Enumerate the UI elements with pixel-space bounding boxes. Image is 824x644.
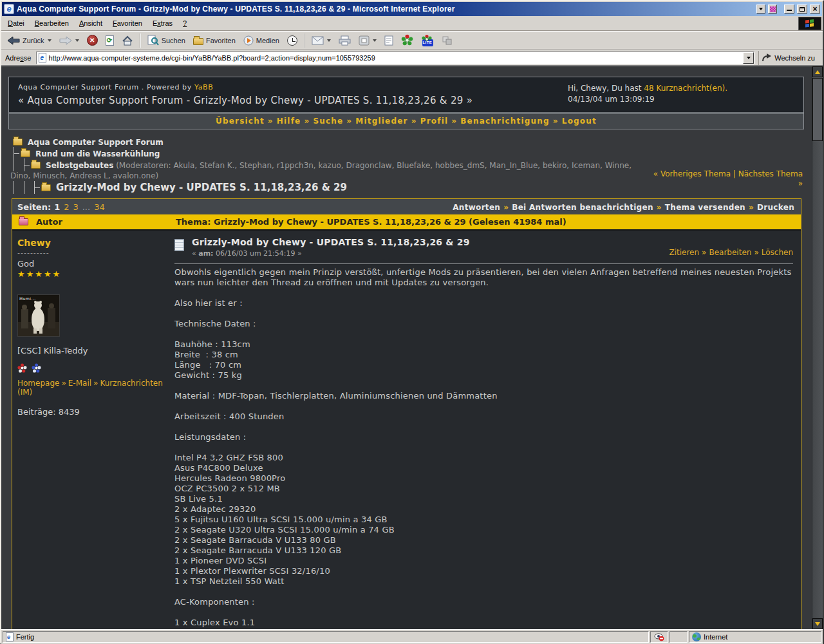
menu-favoriten[interactable]: Favoriten	[108, 17, 147, 30]
print-link[interactable]: Drucken	[757, 203, 794, 212]
titlebar-extra-button[interactable]	[768, 5, 777, 14]
back-button[interactable]: Zurück	[4, 32, 55, 48]
pages-label: Seiten:	[17, 202, 51, 212]
address-field: e	[36, 52, 754, 64]
next-topic-link[interactable]: Nächstes Thema »	[738, 169, 803, 188]
browser-window: e Aqua Computer Support Forum - Grizzly-…	[0, 0, 824, 644]
tree-guide	[10, 149, 21, 158]
tree-link-board[interactable]: Selbstgebautes	[46, 161, 113, 170]
homepage-link[interactable]: Homepage	[17, 379, 59, 388]
nav-profil[interactable]: Profil	[420, 117, 449, 126]
yabb-link[interactable]: YaBB	[194, 83, 213, 91]
page-link-3[interactable]: 3	[73, 202, 78, 212]
topic-header-bar: Autor Thema: Grizzly-Mod by Chewy - UPDA…	[12, 214, 801, 229]
tree-guide	[21, 160, 31, 169]
stop-icon: ✕	[87, 35, 98, 46]
status-ready-pane: e Fertig	[3, 631, 649, 643]
folder-icon	[21, 150, 30, 157]
tree-link-forum[interactable]: Aqua Computer Support Forum	[28, 138, 164, 147]
forward-button[interactable]	[56, 32, 82, 48]
mail-button[interactable]	[308, 32, 334, 48]
delete-link[interactable]: Löschen	[762, 248, 793, 257]
author-links: Homepage»E-Mail»Kurznachrichten (IM)	[17, 379, 164, 397]
author-name[interactable]: Chewy	[17, 238, 164, 248]
author-divider: ----------	[17, 249, 164, 257]
status-spacer-pane	[670, 631, 688, 643]
action-separator: »	[657, 203, 662, 212]
icq-status-icon[interactable]	[17, 363, 27, 373]
resize-button[interactable]	[355, 32, 380, 48]
home-button[interactable]	[118, 32, 136, 48]
icq-lite-button[interactable]: LITE	[418, 32, 437, 48]
minimize-icon	[787, 6, 792, 11]
forward-dropdown-icon	[75, 39, 79, 42]
windows-flag-icon	[802, 19, 818, 29]
nav-separator: »	[451, 117, 457, 126]
nav-hilfe[interactable]: Hilfe	[277, 117, 301, 126]
messages-link[interactable]: 48 Kurznachricht(en).	[644, 84, 727, 93]
scroll-up-button[interactable]	[812, 66, 823, 77]
menu-hilfe[interactable]: ?	[178, 17, 192, 30]
greeting-text: Hi, Chewy, Du hast	[568, 84, 644, 93]
address-input[interactable]	[48, 54, 741, 62]
internet-zone-icon	[692, 632, 701, 641]
link-separator: »	[61, 379, 66, 388]
messenger-button[interactable]	[438, 32, 456, 48]
address-dropdown-button[interactable]	[743, 52, 754, 64]
menu-extras[interactable]: Extras	[147, 17, 178, 30]
tree-link-category[interactable]: Rund um die Wasserkühlung	[35, 149, 160, 158]
scroll-down-button[interactable]	[812, 618, 823, 629]
reply-link[interactable]: Antworten	[453, 203, 500, 212]
page-link-34[interactable]: 34	[94, 202, 105, 212]
page-ellipsis: ...	[82, 202, 90, 212]
print-icon	[339, 35, 351, 46]
browser-viewport: Aqua Computer Support Forum . Powered by…	[1, 66, 823, 629]
nav-separator: »	[346, 117, 352, 126]
page-link-2[interactable]: 2	[64, 202, 69, 212]
history-button[interactable]	[284, 32, 301, 48]
notify-link[interactable]: Bei Antworten benachrichtigen	[512, 203, 653, 212]
nav-uebersicht[interactable]: Übersicht	[216, 117, 265, 126]
messenger-icon	[442, 35, 453, 46]
status-text: Fertig	[16, 633, 34, 641]
stop-button[interactable]: ✕	[84, 32, 101, 48]
window-title: Aqua Computer Support Forum - Grizzly-Mo…	[17, 5, 754, 14]
favorites-button[interactable]: Favoriten	[190, 32, 239, 48]
menu-ansicht[interactable]: Ansicht	[74, 17, 108, 30]
send-topic-link[interactable]: Thema versenden	[665, 203, 745, 212]
email-link[interactable]: E-Mail	[68, 379, 91, 388]
media-button[interactable]: Medien	[240, 32, 283, 48]
menu-bearbeiten[interactable]: Bearbeiten	[30, 17, 74, 30]
print-button[interactable]	[335, 32, 354, 48]
forum-navbar: Übersicht»Hilfe»Suche»Mitglieder»Profil»…	[9, 112, 803, 129]
menu-datei[interactable]: Datei	[3, 17, 30, 30]
refresh-button[interactable]: ⟳	[102, 32, 117, 48]
restore-button[interactable]	[797, 5, 807, 14]
titlebar-extra-dropdown-button[interactable]	[756, 5, 765, 14]
scrollbar-track[interactable]	[812, 141, 823, 618]
quote-link[interactable]: Zitieren	[669, 248, 699, 257]
www-status-icon[interactable]	[32, 363, 41, 373]
edit-link[interactable]: Bearbeiten	[709, 248, 751, 257]
toolbar-separator	[304, 33, 305, 48]
tree-guide	[10, 160, 21, 169]
close-button[interactable]: ×	[810, 5, 820, 14]
nav-mitglieder[interactable]: Mitglieder	[355, 117, 407, 126]
tree-row-forum: Aqua Computer Support Forum	[10, 137, 803, 147]
statusbar: e Fertig Internet	[1, 629, 823, 644]
zone-label: Internet	[704, 633, 727, 641]
nav-logout[interactable]: Logout	[562, 117, 597, 126]
icq-button[interactable]	[398, 32, 417, 48]
forum-header-top: Aqua Computer Support Forum . Powered by…	[9, 77, 803, 112]
search-button[interactable]: Suchen	[144, 32, 189, 48]
nav-suche[interactable]: Suche	[313, 117, 343, 126]
scrollbar-thumb[interactable]	[812, 78, 823, 141]
go-button[interactable]: Wechseln zu	[758, 51, 820, 65]
post-row: Chewy ---------- God ★★★★★	[12, 229, 801, 629]
minimize-button[interactable]	[784, 5, 794, 14]
folder-icon	[31, 162, 41, 169]
previous-topic-link[interactable]: « Vorheriges Thema	[653, 169, 731, 178]
nav-benachrichtigung[interactable]: Benachrichtigung	[460, 117, 550, 126]
edit-button[interactable]	[381, 32, 397, 48]
favorites-icon	[193, 38, 203, 45]
